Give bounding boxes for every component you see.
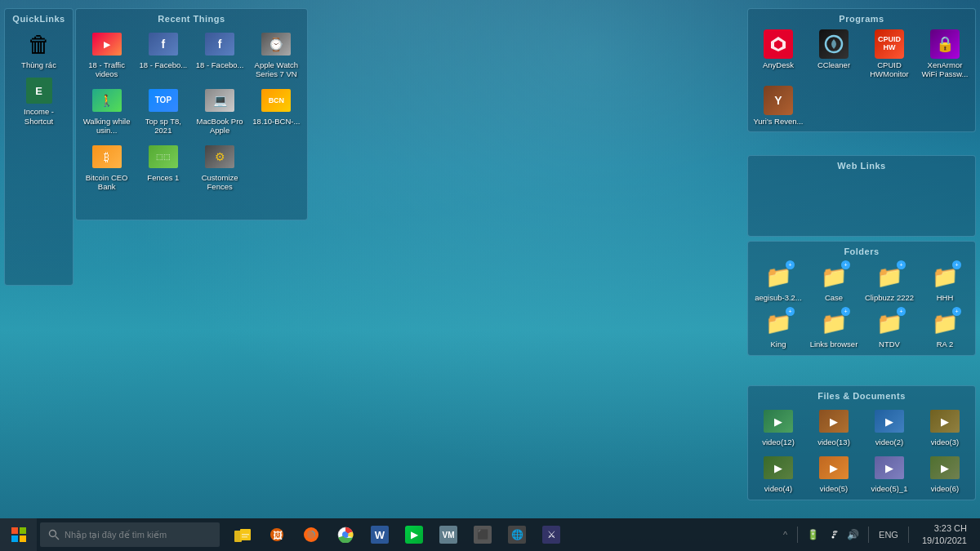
icon-folder-clipbuzz[interactable]: 📁 + Clipbuzz 2222: [862, 260, 916, 304]
icon-traffic-videos[interactable]: ▶ 18 - Traffic videos: [79, 27, 134, 82]
clock-time: 3:23 CH: [934, 522, 967, 535]
icon-video5-1[interactable]: ▶ video(5)_1: [862, 451, 916, 495]
taskbar-misc1[interactable]: ⬛: [466, 518, 499, 551]
icon-folder-king[interactable]: 📁 + King: [751, 306, 805, 351]
clock[interactable]: 3:23 CH 19/10/2021: [915, 522, 973, 548]
tray-battery[interactable]: 🔋: [804, 527, 822, 542]
tray-separator: [797, 527, 798, 543]
taskbar-photos[interactable]: 🖼: [261, 518, 293, 551]
icon-folder-ra2[interactable]: 📁 + RA 2: [918, 306, 972, 351]
desktop: QuickLinks 🗑 Thùng rác E Income - Shortc…: [0, 0, 980, 551]
tray-volume[interactable]: 🔊: [844, 527, 862, 542]
icon-bitcoin-ceo[interactable]: ₿ Bitcoin CEO Bank: [79, 140, 134, 194]
weblinks-panel: Web Links: [747, 155, 976, 237]
svg-point-7: [50, 531, 56, 537]
taskbar-misc3[interactable]: ⚔: [535, 518, 568, 551]
icon-fences1[interactable]: ⬚⬚ Fences 1: [136, 140, 190, 194]
icon-video6[interactable]: ▶ video(6): [918, 451, 972, 495]
system-tray: ^ 🔋 🔊 ENG 3:23 CH 19/10/2021: [780, 522, 980, 548]
icon-folder-ntdv[interactable]: 📁 + NTDV: [862, 306, 916, 351]
icon-folder-case[interactable]: 📁 + Case: [807, 260, 861, 304]
tray-separator3: [908, 527, 909, 543]
quicklinks-panel: QuickLinks 🗑 Thùng rác E Income - Shortc…: [4, 8, 74, 286]
taskbar-word[interactable]: W: [363, 518, 396, 551]
programs-title: Programs: [751, 12, 972, 27]
folders-panel: Folders 📁 + aegisub-3.2... 📁 + Case 📁: [747, 241, 976, 356]
icon-macbook[interactable]: 💻 MacBook Pro Apple: [193, 83, 247, 138]
icon-customize-fences[interactable]: ⚙ Customize Fences: [193, 140, 247, 194]
svg-rect-11: [242, 534, 249, 535]
icon-xenarmor[interactable]: 🔒 XenArmor WiFi Passw...: [918, 27, 972, 82]
show-hidden-icons-button[interactable]: ^: [780, 530, 791, 540]
files-title: Files & Documents: [751, 389, 972, 404]
icon-fb1[interactable]: f 18 - Facebo...: [136, 27, 190, 82]
icon-yuris[interactable]: Y Yuri's Reven...: [751, 83, 805, 128]
svg-point-20: [832, 535, 835, 538]
icon-ccleaner[interactable]: CCleaner: [807, 27, 861, 82]
search-bar[interactable]: [40, 522, 220, 547]
quicklinks-title: QuickLinks: [8, 12, 69, 27]
svg-line-8: [56, 536, 59, 540]
icon-video5[interactable]: ▶ video(5): [807, 451, 861, 495]
svg-rect-6: [20, 535, 26, 542]
taskbar-firefox[interactable]: [295, 518, 327, 551]
taskbar-misc2[interactable]: 🌐: [501, 518, 533, 551]
taskbar-filmora[interactable]: ▶: [398, 518, 430, 551]
clock-date: 19/10/2021: [922, 535, 967, 547]
svg-rect-5: [11, 535, 18, 542]
icon-income-shortcut[interactable]: E Income - Shortcut: [8, 73, 69, 128]
icon-video2[interactable]: ▶ video(2): [862, 404, 916, 449]
icon-trash-label: Thùng rác: [21, 60, 56, 69]
icon-video4[interactable]: ▶ video(4): [751, 451, 805, 495]
icon-anydesk[interactable]: AnyDesk: [751, 27, 805, 82]
taskbar-chrome[interactable]: [329, 518, 362, 551]
recent-title: Recent Things: [79, 12, 304, 27]
icon-apple-watch[interactable]: ⌚ Apple Watch Series 7 VN: [249, 27, 304, 82]
icon-video3[interactable]: ▶ video(3): [918, 404, 972, 449]
search-input[interactable]: [65, 530, 212, 540]
tray-separator2: [868, 527, 869, 543]
programs-panel: Programs AnyDesk CCleaner: [747, 8, 976, 132]
weblinks-title: Web Links: [751, 159, 972, 174]
recent-panel: Recent Things ▶ 18 - Traffic videos f 18…: [75, 8, 308, 220]
icon-video12[interactable]: ▶ video(12): [751, 404, 805, 449]
icon-income-label: Income - Shortcut: [13, 107, 65, 126]
svg-rect-4: [20, 527, 26, 534]
icon-walking[interactable]: 🚶 Walking while usin...: [79, 83, 134, 138]
svg-rect-12: [242, 536, 247, 538]
icon-folder-links[interactable]: 📁 + Links browser: [807, 306, 861, 351]
icon-fb2[interactable]: f 18 - Facebo...: [193, 27, 247, 82]
taskbar: 🖼 W ▶ VM ⬛ 🌐 ⚔: [0, 518, 980, 551]
icon-cpuid[interactable]: CPUIDHW CPUID HWMonitor: [862, 27, 916, 82]
taskbar-icons: 🖼 W ▶ VM ⬛ 🌐 ⚔: [226, 518, 568, 551]
language-indicator[interactable]: ENG: [875, 530, 902, 540]
tray-network[interactable]: [825, 527, 841, 543]
icon-topsp[interactable]: TOP Top sp T8, 2021: [136, 83, 190, 138]
svg-rect-3: [11, 527, 18, 534]
icon-folder-hhh[interactable]: 📁 + HHH: [918, 260, 972, 304]
start-button[interactable]: [0, 518, 37, 551]
svg-point-19: [343, 532, 348, 537]
taskbar-file-explorer[interactable]: [226, 518, 259, 551]
icon-folder-aegisub[interactable]: 📁 + aegisub-3.2...: [751, 260, 805, 304]
taskbar-vmware[interactable]: VM: [432, 518, 465, 551]
icon-video13[interactable]: ▶ video(13): [807, 404, 861, 449]
icon-trash[interactable]: 🗑 Thùng rác: [8, 27, 69, 72]
folders-title: Folders: [751, 245, 972, 260]
icon-bcn[interactable]: BCN 18.10-BCN-...: [249, 83, 304, 138]
files-panel: Files & Documents ▶ video(12) ▶ video(13…: [747, 385, 976, 500]
svg-text:🖼: 🖼: [273, 530, 283, 541]
